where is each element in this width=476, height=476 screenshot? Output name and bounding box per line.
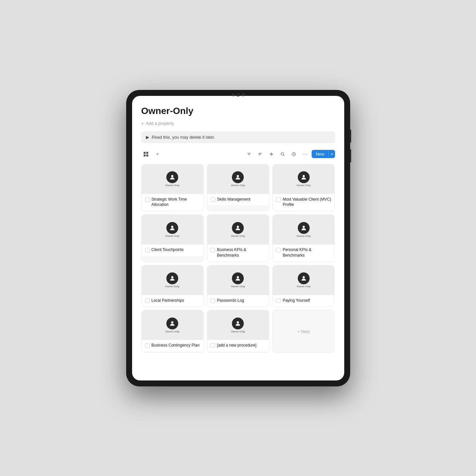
card-footer: Most Valuable Client (MVC) Profile: [273, 194, 334, 211]
card-mvc-profile[interactable]: Owner-Only Most Valuable Client (MVC) Pr…: [272, 164, 335, 211]
add-property-button[interactable]: + Add a property: [141, 121, 335, 126]
side-button-mid: [350, 149, 351, 162]
card-title: Personal KPIs & Benchmarks: [283, 247, 331, 258]
svg-marker-10: [270, 152, 273, 156]
camera-dot-right: [242, 94, 244, 96]
card-checkbox[interactable]: [210, 343, 215, 348]
card-footer: Client Touchpoints: [142, 244, 203, 256]
avatar-icon: [166, 222, 178, 234]
card-skills-management[interactable]: Owner-Only Skills Management: [207, 164, 269, 211]
card-image: Owner-Only: [142, 310, 203, 340]
svg-rect-1: [146, 152, 148, 154]
owner-only-badge: Owner-Only: [296, 272, 311, 288]
svg-rect-3: [146, 154, 148, 156]
svg-point-22: [302, 276, 305, 279]
grid-view-button[interactable]: [141, 150, 151, 159]
card-checkbox[interactable]: [276, 197, 281, 202]
card-footer: Passwords Log: [207, 295, 269, 307]
card-strategic-work[interactable]: Owner-Only Strategic Work Time Allocatio…: [141, 164, 204, 211]
svg-point-16: [302, 175, 305, 177]
card-checkbox[interactable]: [210, 298, 215, 303]
card-checkbox[interactable]: [145, 298, 150, 303]
card-checkbox[interactable]: [210, 248, 215, 252]
search-button[interactable]: [278, 150, 287, 159]
card-title: Local Partnerships: [152, 298, 184, 303]
toolbar-right: ··· New ▾: [244, 150, 335, 159]
card-image: Owner-Only: [273, 164, 334, 194]
card-footer: Local Partnerships: [142, 295, 203, 307]
camera-dot-left: [232, 94, 235, 96]
filter-button[interactable]: [244, 150, 254, 159]
card-image: Owner-Only: [142, 215, 203, 244]
read-this-banner[interactable]: ▶ Read this, you may delete it later.: [141, 131, 335, 143]
card-checkbox[interactable]: [276, 298, 281, 303]
card-image: Owner-Only: [142, 266, 203, 295]
card-personal-kpis[interactable]: Owner-Only Personal KPIs & Benchmarks: [272, 214, 335, 262]
card-footer: Skills Management: [207, 194, 269, 206]
card-local-partnerships[interactable]: Owner-Only Local Partnerships: [141, 265, 204, 307]
avatar-icon: [166, 171, 178, 183]
new-button-chevron: ▾: [328, 151, 335, 157]
owner-only-badge: Owner-Only: [231, 222, 245, 238]
avatar-icon: [232, 222, 244, 234]
card-passwords-log[interactable]: Owner-Only Passwords Log: [207, 265, 269, 307]
svg-rect-0: [144, 152, 146, 154]
card-image: Owner-Only: [207, 164, 269, 194]
card-paying-yourself[interactable]: Owner-Only Paying Yourself: [272, 265, 335, 307]
page-title: Owner-Only: [141, 106, 335, 116]
owner-label: Owner-Only: [165, 285, 180, 288]
owner-label: Owner-Only: [231, 184, 245, 187]
owner-only-badge: Owner-Only: [165, 171, 180, 187]
owner-only-badge: Owner-Only: [165, 318, 180, 333]
history-button[interactable]: [289, 150, 298, 159]
triangle-icon: ▶: [146, 135, 149, 140]
card-title: Client Touchpoints: [152, 247, 184, 253]
more-button[interactable]: ···: [300, 150, 310, 159]
new-button[interactable]: New ▾: [312, 150, 335, 158]
add-view-button[interactable]: +: [153, 150, 162, 159]
new-card-placeholder[interactable]: + New: [272, 310, 335, 353]
card-title: Business KPIs & Benchmarks: [217, 247, 266, 258]
card-checkbox[interactable]: [145, 343, 150, 348]
svg-point-18: [237, 226, 239, 228]
card-footer: Paying Yourself: [273, 295, 334, 307]
avatar-icon: [232, 318, 244, 329]
card-checkbox[interactable]: [210, 197, 215, 202]
card-image: Owner-Only: [273, 266, 334, 295]
add-property-label: Add a property: [146, 121, 174, 126]
camera-bar: [232, 90, 244, 100]
card-checkbox[interactable]: [276, 248, 281, 252]
card-client-touchpoints[interactable]: Owner-Only Client Touchpoints: [141, 214, 204, 262]
sort-button[interactable]: [256, 150, 265, 159]
svg-point-19: [302, 226, 305, 228]
owner-only-badge: Owner-Only: [296, 171, 311, 187]
lightning-button[interactable]: [267, 150, 276, 159]
card-title: Strategic Work Time Allocation: [152, 197, 200, 208]
tablet-screen: Owner-Only + Add a property ▶ Read this,…: [132, 96, 344, 380]
avatar-icon: [166, 272, 178, 284]
side-button-top: [350, 129, 351, 143]
read-this-label: Read this, you may delete it later.: [152, 135, 215, 140]
card-checkbox[interactable]: [145, 197, 150, 202]
card-checkbox[interactable]: [145, 248, 150, 252]
avatar-icon: [298, 171, 310, 183]
avatar-icon: [232, 171, 244, 183]
card-business-kpis[interactable]: Owner-Only Business KPIs & Benchmarks: [207, 214, 269, 262]
card-footer: Business Contingency Plan: [142, 340, 203, 351]
owner-label: Owner-Only: [165, 184, 180, 187]
card-new-procedure[interactable]: Owner-Only [add a new procedure]: [207, 310, 269, 353]
owner-label: Owner-Only: [231, 285, 245, 288]
svg-point-17: [171, 226, 174, 228]
owner-only-badge: Owner-Only: [165, 272, 180, 288]
avatar-icon: [232, 272, 244, 284]
page-content: Owner-Only + Add a property ▶ Read this,…: [132, 96, 344, 380]
owner-label: Owner-Only: [296, 184, 311, 187]
card-footer: Personal KPIs & Benchmarks: [273, 244, 334, 262]
card-title: Most Valuable Client (MVC) Profile: [283, 197, 331, 208]
card-image: Owner-Only: [207, 215, 269, 244]
svg-point-15: [237, 175, 239, 177]
camera-dot-center: [237, 93, 240, 97]
tablet-frame: Owner-Only + Add a property ▶ Read this,…: [126, 90, 350, 386]
card-business-contingency[interactable]: Owner-Only Business Contingency Plan: [141, 310, 204, 353]
owner-label: Owner-Only: [165, 235, 180, 238]
